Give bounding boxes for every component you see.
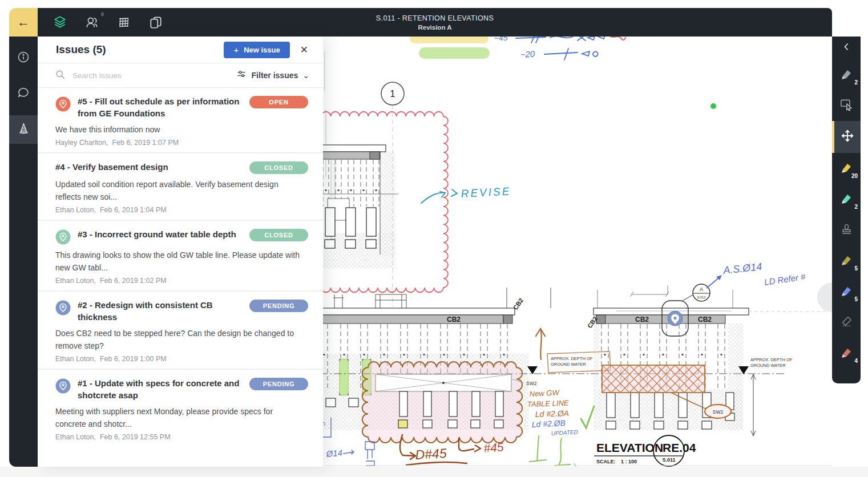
svg-text:~45: ~45 <box>494 37 508 43</box>
grid-icon[interactable] <box>116 15 131 30</box>
chevron-left-icon <box>841 41 852 55</box>
markup-revise-note[interactable]: REVISE <box>421 185 511 203</box>
right-toolbar: 2 20 2 <box>832 37 861 383</box>
svg-text:CB2: CB2 <box>447 316 461 324</box>
sidebar-item-comments[interactable] <box>9 80 38 107</box>
plus-icon: + <box>233 45 239 55</box>
issue-meta: Ethan Loton,Feb 6, 2019 12:55 PM <box>55 433 308 441</box>
sidebar-item-issues[interactable] <box>9 115 38 144</box>
svg-text:~20: ~20 <box>520 49 535 59</box>
back-arrow-icon: ← <box>17 15 30 30</box>
issue-title: #4 - Verify basement design <box>55 161 224 173</box>
issue-date: Feb 6, 2019 1:00 PM <box>100 355 167 363</box>
svg-text:1: 1 <box>390 89 395 99</box>
move-arrows-icon <box>840 128 855 145</box>
info-icon <box>17 50 30 66</box>
issue-author: Ethan Loton, <box>55 433 96 441</box>
issues-cone-icon <box>17 122 31 138</box>
issue-meta: Hayley Charlton,Feb 6, 2019 1:07 PM <box>55 139 308 147</box>
tool-pen-blue[interactable]: 5 <box>832 276 861 307</box>
issue-item-3[interactable]: #3 - Incorrect ground water table depth … <box>38 221 323 292</box>
svg-text:S.011: S.011 <box>662 457 675 463</box>
close-panel-icon[interactable]: ✕ <box>300 45 308 55</box>
issue-pin-icon <box>55 229 71 245</box>
search-icon <box>55 69 66 82</box>
svg-text:S.013: S.013 <box>697 296 705 299</box>
svg-text:CB2: CB2 <box>698 316 712 324</box>
issues-list: #5 - Fill out schedule as per informatio… <box>38 88 323 467</box>
document-revision: Revision A <box>418 24 451 31</box>
filter-icon <box>236 68 247 82</box>
issue-date: Feb 6, 2019 1:07 PM <box>112 139 179 147</box>
issue-item-4[interactable]: #4 - Verify basement design CLOSED Updat… <box>38 153 323 221</box>
markup-top-scribbles[interactable]: ~45 ~20 <box>410 37 625 60</box>
tool-pen-red[interactable]: 4 <box>832 338 861 369</box>
issue-author: Ethan Loton, <box>55 206 96 214</box>
issue-pin-icon <box>55 378 71 394</box>
back-button[interactable]: ← <box>9 8 38 37</box>
upper-elevation <box>320 145 398 268</box>
markup-as014[interactable]: A.S.Ø14 LD Refer # <box>706 261 806 288</box>
svg-text:APPROX. DEPTH OF: APPROX. DEPTH OF <box>551 356 593 361</box>
svg-text:APPROX. DEPTH OF: APPROX. DEPTH OF <box>750 357 793 362</box>
svg-text:GROUND WATER: GROUND WATER <box>750 363 786 368</box>
search-input[interactable] <box>71 71 230 80</box>
revision-cloud-brown[interactable] <box>362 362 522 443</box>
svg-text:REVISE: REVISE <box>461 185 511 200</box>
filter-issues-button[interactable]: Filter issues ⌄ <box>236 68 309 82</box>
status-badge: CLOSED <box>249 229 308 241</box>
svg-text:SCALE:: SCALE: <box>596 459 616 464</box>
status-badge: PENDING <box>249 378 308 390</box>
issue-meta: Ethan Loton,Feb 6, 2019 1:04 PM <box>55 206 308 214</box>
issues-panel-title: Issues (5) <box>56 43 224 56</box>
issues-panel: Issues (5) + New issue ✕ <box>38 37 323 467</box>
markup-gw-notes[interactable]: New GW TABLE LINE Ld #2.ØA Ld #2.ØB UPDA… <box>527 388 594 436</box>
issue-author: Hayley Charlton, <box>55 139 108 147</box>
eraser-icon <box>839 314 854 331</box>
left-sidebar <box>9 37 38 467</box>
svg-text:A: A <box>700 286 703 292</box>
tool-pen-olive[interactable]: 5 <box>832 245 861 276</box>
svg-text:LD Refer #: LD Refer # <box>764 272 806 287</box>
tool-move[interactable] <box>832 121 861 153</box>
new-issue-button[interactable]: + New issue <box>224 42 289 58</box>
layers-icon[interactable] <box>53 15 67 30</box>
svg-text:RE.04: RE.04 <box>663 441 696 454</box>
issue-body: We have this information now <box>55 123 301 136</box>
tool-pen-yellow[interactable]: 20 <box>832 153 861 184</box>
tool-select[interactable] <box>832 90 861 121</box>
svg-text:A.S.Ø14: A.S.Ø14 <box>722 261 762 276</box>
svg-text:New GW: New GW <box>529 388 560 398</box>
issue-pin-icon <box>55 300 71 316</box>
people-count-badge: 8 <box>101 11 104 17</box>
stamp-icon <box>839 222 854 238</box>
svg-text:UPDATED: UPDATED <box>551 429 579 436</box>
sidebar-item-info[interactable] <box>9 45 38 72</box>
tool-eraser[interactable] <box>832 307 861 338</box>
issue-item-1[interactable]: #1 - Update with specs for concrete and … <box>38 370 323 447</box>
svg-text:GROUND WATER: GROUND WATER <box>551 362 586 367</box>
issue-title: #3 - Incorrect ground water table depth <box>78 228 247 240</box>
status-badge: CLOSED <box>249 161 308 174</box>
svg-text:Ld #2.ØA: Ld #2.ØA <box>535 409 570 419</box>
issue-date: Feb 6, 2019 1:04 PM <box>100 206 167 214</box>
collapse-toolbar-button[interactable] <box>832 37 861 59</box>
drawing-issue-pin[interactable] <box>668 311 683 326</box>
issue-body: This drawing looks to show the old GW ta… <box>55 249 301 274</box>
tool-pen-gray[interactable]: 2 <box>832 59 861 90</box>
issue-item-5[interactable]: #5 - Fill out schedule as per informatio… <box>38 88 323 153</box>
svg-text:SW2: SW2 <box>713 409 724 415</box>
svg-text:SW2: SW2 <box>526 381 537 386</box>
tool-stamp[interactable] <box>832 215 861 245</box>
presence-dot <box>710 103 716 109</box>
compare-pages-icon[interactable] <box>148 15 163 30</box>
svg-text:Ld #2.ØB: Ld #2.ØB <box>531 418 566 429</box>
svg-text:#45: #45 <box>483 440 504 455</box>
people-icon[interactable]: 8 <box>84 15 99 30</box>
status-badge: OPEN <box>249 96 308 108</box>
issue-item-2[interactable]: #2 - Redesign with consistent CB thickne… <box>38 292 323 370</box>
green-highlight <box>339 358 349 396</box>
tool-pen-teal[interactable]: 2 <box>832 184 861 215</box>
issue-date: Feb 6, 2019 12:55 PM <box>100 433 171 441</box>
issue-title: #1 - Update with specs for concrete and … <box>78 377 247 401</box>
